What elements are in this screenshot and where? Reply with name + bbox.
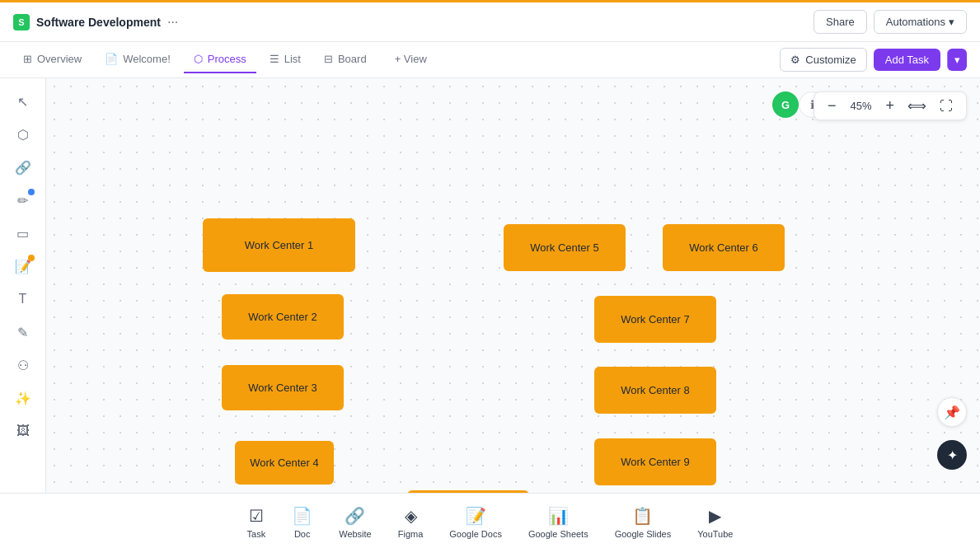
toolbar-label-youtube: YouTube bbox=[697, 529, 733, 539]
automations-chevron-icon: ▾ bbox=[949, 16, 954, 28]
zoom-in-button[interactable]: + bbox=[882, 97, 898, 115]
work-center-label-wc4a: Work Center 4 bbox=[250, 457, 319, 469]
sidebar-icon-rect[interactable]: ▭ bbox=[10, 220, 36, 246]
customize-label: Customize bbox=[805, 54, 856, 66]
work-center-wc6[interactable]: Work Center 6 bbox=[663, 224, 785, 271]
tab-board[interactable]: ⊟Board bbox=[314, 46, 377, 73]
toolbar-label-googledocs: Google Docs bbox=[449, 529, 502, 539]
tab-welcome[interactable]: 📄Welcome! bbox=[95, 46, 181, 73]
sidebar-icon-layers[interactable]: ⬡ bbox=[10, 121, 36, 148]
work-center-label-wc8: Work Center 8 bbox=[621, 384, 690, 396]
sidebar-icon-draw[interactable]: ✎ bbox=[10, 319, 36, 345]
automations-button[interactable]: Automations ▾ bbox=[874, 10, 967, 34]
sidebar-icon-link[interactable]: 🔗 bbox=[10, 154, 36, 180]
work-center-label-wc7: Work Center 7 bbox=[621, 313, 690, 326]
tab-label-welcome: Welcome! bbox=[123, 53, 171, 65]
toolbar-item-figma[interactable]: ◈Figma bbox=[398, 506, 424, 539]
left-sidebar: ↖⬡🔗✏▭📝T✎⚇✨🖼 bbox=[0, 78, 46, 493]
zoom-expand-button[interactable]: ⛶ bbox=[936, 99, 956, 114]
work-center-wc9[interactable]: Work Center 9 bbox=[594, 438, 716, 485]
sidebar-icon-pointer[interactable]: ↖ bbox=[10, 88, 36, 115]
work-center-label-wc6: Work Center 6 bbox=[689, 241, 758, 254]
magic-icon: ✨ bbox=[15, 391, 31, 406]
tab-icon-board: ⊟ bbox=[324, 53, 333, 65]
sidebar-icon-magic[interactable]: ✨ bbox=[10, 385, 36, 411]
toolbar-label-website: Website bbox=[339, 529, 372, 539]
zoom-fit-button[interactable]: ⟺ bbox=[904, 98, 930, 114]
sidebar-icon-pen[interactable]: ✏ bbox=[10, 187, 36, 213]
people-icon: ⚇ bbox=[17, 358, 29, 373]
tab-view[interactable]: + View bbox=[380, 46, 437, 73]
app-title: Software Development bbox=[36, 16, 161, 29]
work-center-wc2[interactable]: Work Center 2 bbox=[222, 294, 344, 340]
zoom-out-button[interactable]: − bbox=[824, 97, 840, 115]
tab-label-list: List bbox=[284, 53, 301, 65]
work-center-label-wc1: Work Center 1 bbox=[245, 239, 314, 251]
tab-list[interactable]: ☰List bbox=[260, 46, 311, 73]
magic-button[interactable]: ✦ bbox=[937, 440, 967, 470]
tab-icon-overview: ⊞ bbox=[23, 53, 32, 65]
sidebar-icon-people[interactable]: ⚇ bbox=[10, 352, 36, 378]
sidebar-icon-text[interactable]: T bbox=[10, 286, 36, 312]
toolbar-label-figma: Figma bbox=[398, 529, 424, 539]
toolbar-label-googleslides: Google Slides bbox=[615, 529, 672, 539]
work-center-label-wc2: Work Center 2 bbox=[248, 311, 317, 323]
more-button[interactable]: ··· bbox=[167, 15, 178, 30]
tab-icon-list: ☰ bbox=[270, 53, 279, 65]
text-icon: T bbox=[19, 292, 27, 307]
toolbar-item-googlesheets[interactable]: 📊Google Sheets bbox=[528, 506, 588, 539]
note-dot bbox=[28, 255, 35, 261]
work-center-label-wc5: Work Center 5 bbox=[530, 241, 599, 254]
canvas-avatar[interactable]: G bbox=[772, 91, 799, 118]
work-center-label-wc3: Work Center 3 bbox=[248, 382, 317, 394]
rect-icon: ▭ bbox=[16, 226, 29, 241]
app-icon: S bbox=[13, 14, 30, 30]
zoom-percent: 45% bbox=[846, 100, 875, 112]
add-task-button[interactable]: Add Task bbox=[874, 49, 940, 71]
automations-label: Automations bbox=[886, 16, 945, 28]
pen-icon: ✏ bbox=[17, 193, 28, 208]
toolbar-item-youtube[interactable]: ▶YouTube bbox=[697, 506, 733, 539]
work-center-wc4a[interactable]: Work Center 4 bbox=[235, 441, 334, 485]
work-center-label-wc9: Work Center 9 bbox=[621, 456, 690, 468]
tab-label-process: Process bbox=[208, 53, 246, 65]
tab-label-board: Board bbox=[338, 53, 367, 65]
tab-process[interactable]: ⬡Process bbox=[184, 46, 256, 73]
work-center-wc8[interactable]: Work Center 8 bbox=[594, 367, 716, 414]
work-center-wc3[interactable]: Work Center 3 bbox=[222, 365, 344, 410]
work-center-wc4b[interactable]: Work Center 4 bbox=[407, 490, 529, 493]
share-button[interactable]: Share bbox=[814, 10, 867, 34]
toolbar-item-googleslides[interactable]: 📋Google Slides bbox=[615, 506, 672, 539]
toolbar-icon-website: 🔗 bbox=[345, 506, 365, 526]
pointer-icon: ↖ bbox=[17, 94, 28, 110]
bottom-toolbar: ☑Task📄Doc🔗Website◈Figma📝Google Docs📊Goog… bbox=[0, 493, 980, 548]
toolbar-item-doc[interactable]: 📄Doc bbox=[292, 506, 312, 539]
toolbar-item-task[interactable]: ☑Task bbox=[247, 506, 266, 539]
pin-button[interactable]: 📌 bbox=[937, 397, 967, 427]
toolbar-icon-youtube: ▶ bbox=[709, 506, 721, 526]
toolbar-item-googledocs[interactable]: 📝Google Docs bbox=[449, 506, 502, 539]
sidebar-icon-note[interactable]: 📝 bbox=[10, 253, 36, 279]
layers-icon: ⬡ bbox=[17, 127, 29, 143]
canvas-area[interactable]: G ℹ − 45% + ⟺ ⛶ Work Center 1Work Center… bbox=[46, 78, 980, 493]
zoom-controls: − 45% + ⟺ ⛶ bbox=[814, 91, 967, 120]
toolbar-icon-doc: 📄 bbox=[292, 506, 312, 526]
tab-overview[interactable]: ⊞Overview bbox=[13, 46, 91, 73]
add-task-dropdown-button[interactable]: ▾ bbox=[947, 49, 967, 71]
note-icon: 📝 bbox=[15, 259, 31, 274]
work-center-wc1[interactable]: Work Center 1 bbox=[203, 218, 355, 272]
image-icon: 🖼 bbox=[16, 424, 30, 438]
work-center-wc7[interactable]: Work Center 7 bbox=[594, 296, 716, 343]
toolbar-label-task: Task bbox=[247, 529, 266, 539]
toolbar-icon-figma: ◈ bbox=[405, 506, 417, 526]
sidebar-icon-image[interactable]: 🖼 bbox=[10, 418, 36, 444]
toolbar-icon-task: ☑ bbox=[249, 506, 264, 526]
customize-button[interactable]: ⚙ Customize bbox=[780, 48, 866, 72]
tab-label-view: + View bbox=[395, 53, 427, 65]
toolbar-item-website[interactable]: 🔗Website bbox=[339, 506, 372, 539]
draw-icon: ✎ bbox=[17, 325, 28, 340]
work-center-wc5[interactable]: Work Center 5 bbox=[504, 224, 626, 271]
toolbar-label-doc: Doc bbox=[294, 529, 311, 539]
main-area: ↖⬡🔗✏▭📝T✎⚇✨🖼 G ℹ − 45% + ⟺ ⛶ Work Center … bbox=[0, 78, 980, 493]
top-bar: S Software Development ··· Share Automat… bbox=[0, 2, 980, 42]
